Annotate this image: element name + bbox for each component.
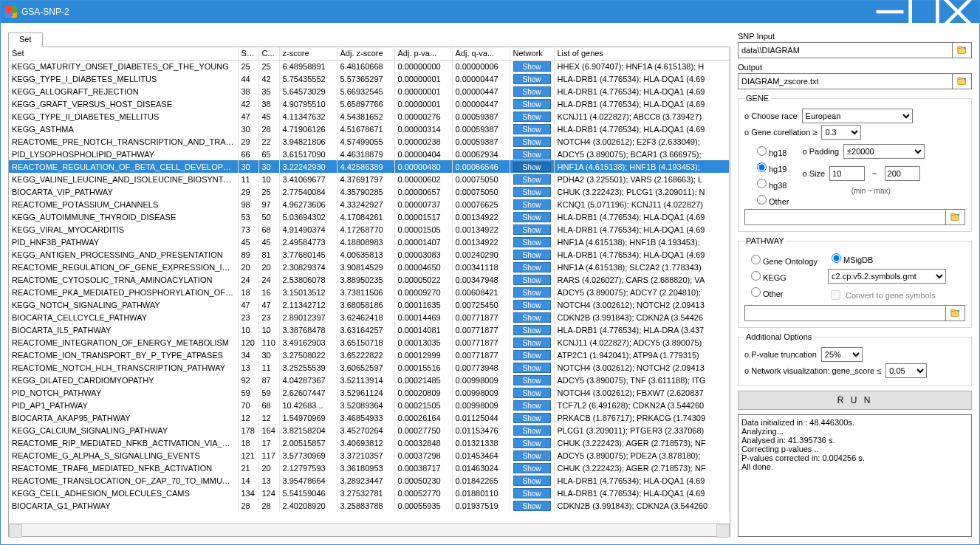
show-button[interactable]: Show <box>513 74 551 84</box>
results-scroll[interactable]: Set Size C... z-score Adj. z-score Adj. … <box>9 47 730 523</box>
col-network[interactable]: Network <box>510 47 554 60</box>
show-button[interactable]: Show <box>513 363 551 373</box>
horizontal-scrollbar[interactable] <box>9 523 730 536</box>
netviz-select[interactable]: 0.05 <box>885 363 927 378</box>
gene-corr-select[interactable]: 0.3 <box>821 125 861 140</box>
radio-pw-other[interactable]: Other <box>747 285 818 298</box>
table-row[interactable]: PID_LYSOPHOSPHOLIPID_PATHWAY66653.615170… <box>9 148 730 160</box>
table-row[interactable]: REACTOME_INTEGRATION_OF_ENERGY_METABOLIS… <box>9 336 730 349</box>
table-row[interactable]: KEGG_ALLOGRAFT_REJECTION38355.645730295.… <box>9 85 730 97</box>
log-output[interactable]: Data initialized in : 48.446300s. Analyz… <box>738 414 972 537</box>
show-button[interactable]: Show <box>513 350 551 360</box>
show-button[interactable]: Show <box>513 149 551 160</box>
gene-browse-button[interactable] <box>946 209 965 225</box>
padding-select[interactable]: ±20000 <box>843 144 925 159</box>
table-row[interactable]: KEGG_VIRAL_MYOCARDITIS73684.914903744.17… <box>9 223 730 236</box>
show-button[interactable]: Show <box>513 501 551 511</box>
snp-input[interactable] <box>738 42 953 58</box>
show-button[interactable]: Show <box>513 388 551 398</box>
table-row[interactable]: PID_AP1_PATHWAY706810.42683...3.52089364… <box>9 399 730 411</box>
pval-trunc-select[interactable]: 25% <box>821 347 863 362</box>
show-button[interactable]: Show <box>513 337 551 348</box>
show-button[interactable]: Show <box>513 212 551 222</box>
radio-hg38[interactable]: hg38 <box>753 176 789 190</box>
show-button[interactable]: Show <box>513 287 551 298</box>
col-count[interactable]: C... <box>258 47 279 60</box>
size-max-input[interactable] <box>885 166 920 181</box>
col-set[interactable]: Set <box>9 47 238 60</box>
show-button[interactable]: Show <box>513 400 551 411</box>
table-row[interactable]: BIOCARTA_G1_PATHWAY28282.402089203.25883… <box>9 499 730 512</box>
table-row[interactable]: REACTOME_CYTOSOLIC_TRNA_AMINOACYLATION24… <box>9 273 730 286</box>
show-button[interactable]: Show <box>513 162 551 172</box>
snp-browse-button[interactable] <box>953 42 972 58</box>
show-button[interactable]: Show <box>513 425 551 436</box>
show-button[interactable]: Show <box>513 463 551 473</box>
table-row[interactable]: BIOCARTA_VIP_PATHWAY29252.775400844.3579… <box>9 185 730 198</box>
table-row[interactable]: PID_NOTCH_PATHWAY59592.626074473.5296112… <box>9 386 730 399</box>
table-row[interactable]: KEGG_ANTIGEN_PROCESSING_AND_PRESENTATION… <box>9 248 730 261</box>
table-row[interactable]: REACTOME_TRAF6_MEDIATED_NFKB_ACTIVATION2… <box>9 462 730 474</box>
race-select[interactable]: European <box>802 109 913 123</box>
table-row[interactable]: REACTOME_PRE_NOTCH_TRANSCRIPTION_AND_TRA… <box>9 135 730 148</box>
radio-hg-other[interactable]: Other <box>753 193 789 206</box>
run-button[interactable]: R U N <box>738 391 972 410</box>
col-zscore[interactable]: z-score <box>279 47 337 60</box>
col-genes[interactable]: List of genes <box>554 47 730 60</box>
size-min-input[interactable] <box>829 166 865 181</box>
show-button[interactable]: Show <box>513 174 551 185</box>
table-row[interactable]: BIOCARTA_AKAP95_PATHWAY12121.549709693.4… <box>9 411 730 424</box>
table-row[interactable]: BIOCARTA_CELLCYCLE_PATHWAY23232.89012397… <box>9 311 730 323</box>
output-input[interactable] <box>738 73 953 89</box>
table-row[interactable]: KEGG_AUTOIMMUNE_THYROID_DISEASE53505.036… <box>9 210 730 223</box>
show-button[interactable]: Show <box>513 262 551 272</box>
minimize-button[interactable] <box>873 1 907 23</box>
show-button[interactable]: Show <box>513 438 551 448</box>
show-button[interactable]: Show <box>513 375 551 385</box>
convert-checkbox[interactable]: Convert to gene symbols <box>828 288 946 302</box>
radio-kegg[interactable]: KEGG <box>747 269 818 282</box>
table-row[interactable]: KEGG_NOTCH_SIGNALING_PATHWAY47472.113427… <box>9 298 730 311</box>
table-row[interactable]: REACTOME_POTASSIUM_CHANNELS98974.9627360… <box>9 198 730 210</box>
table-row[interactable]: KEGG_TYPE_II_DIABETES_MELLITUS47454.1134… <box>9 110 730 123</box>
show-button[interactable]: Show <box>513 86 551 97</box>
table-row[interactable]: KEGG_CELL_ADHESION_MOLECULES_CAMS1341245… <box>9 487 730 499</box>
show-button[interactable]: Show <box>513 199 551 210</box>
table-row[interactable]: REACTOME_REGULATION_OF_BETA_CELL_DEVELOP… <box>9 160 730 173</box>
table-row[interactable]: KEGG_GRAFT_VERSUS_HOST_DISEASE42384.9079… <box>9 97 730 110</box>
show-button[interactable]: Show <box>513 413 551 423</box>
show-button[interactable]: Show <box>513 99 551 109</box>
msigdb-select[interactable]: c2.cp.v5.2.symbols.gmt <box>828 269 946 284</box>
col-size[interactable]: Size <box>238 47 258 60</box>
table-row[interactable]: REACTOME_REGULATION_OF_GENE_EXPRESSION_I… <box>9 261 730 273</box>
maximize-button[interactable] <box>907 1 941 23</box>
table-row[interactable]: PID_HNF3B_PATHWAY45452.495847734.1880898… <box>9 236 730 248</box>
table-row[interactable]: BIOCARTA_IL5_PATHWAY10103.387684783.6316… <box>9 323 730 336</box>
table-row[interactable]: KEGG_TYPE_I_DIABETES_MELLITUS44425.75435… <box>9 72 730 85</box>
show-button[interactable]: Show <box>513 250 551 260</box>
table-row[interactable]: KEGG_ASTHMA30284.719061264.516786710.000… <box>9 123 730 135</box>
col-adjq[interactable]: Adj. q-va... <box>452 47 510 60</box>
radio-go[interactable]: Gene Ontology <box>747 253 818 266</box>
table-row[interactable]: REACTOME_PKA_MEDIATED_PHOSPHORYLATION_OF… <box>9 286 730 298</box>
show-button[interactable]: Show <box>513 275 551 285</box>
pathway-browse-button[interactable] <box>946 305 965 321</box>
show-button[interactable]: Show <box>513 137 551 147</box>
show-button[interactable]: Show <box>513 61 551 72</box>
show-button[interactable]: Show <box>513 112 551 122</box>
show-button[interactable]: Show <box>513 124 551 134</box>
table-row[interactable]: REACTOME_ION_TRANSPORT_BY_P_TYPE_ATPASES… <box>9 349 730 361</box>
show-button[interactable]: Show <box>513 187 551 197</box>
show-button[interactable]: Show <box>513 312 551 323</box>
show-button[interactable]: Show <box>513 224 551 235</box>
tab-set[interactable]: Set <box>8 32 43 47</box>
show-button[interactable]: Show <box>513 488 551 498</box>
show-button[interactable]: Show <box>513 300 551 310</box>
table-row[interactable]: REACTOME_NOTCH_HLH_TRANSCRIPTION_PATHWAY… <box>9 361 730 374</box>
table-row[interactable]: KEGG_DILATED_CARDIOMYOPATHY92874.0428736… <box>9 374 730 386</box>
close-button[interactable] <box>941 1 975 23</box>
gene-file-input[interactable] <box>744 209 946 225</box>
radio-msigdb[interactable]: MSigDB <box>828 251 946 264</box>
radio-hg18[interactable]: hg18 <box>753 144 789 157</box>
radio-hg19[interactable]: hg19 <box>753 160 789 174</box>
